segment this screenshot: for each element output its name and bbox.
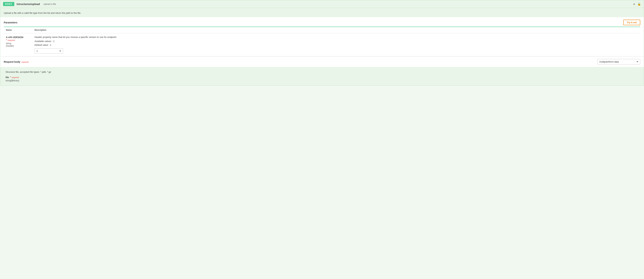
parameters-table: Name Description X-API-VERSION *required… [4, 27, 640, 56]
required-label: required [8, 39, 15, 41]
request-body-content: Structure file, accepted file types: *.p… [0, 67, 644, 86]
http-method-badge: POST [3, 2, 14, 6]
table-header-row: Name Description [4, 27, 640, 33]
api-header: POST /structures/upload upload a file ∧ … [0, 0, 644, 8]
param-available-values: Available values : 1 [34, 40, 638, 42]
api-endpoint-block: POST /structures/upload upload a file ∧ … [0, 0, 644, 86]
file-required-label: required [12, 76, 19, 78]
parameters-section: Parameters Try it out Name Description X… [0, 17, 644, 56]
file-description: Structure file, accepted file types: *.p… [6, 70, 638, 73]
header-actions: ∧ 🔒 [633, 2, 641, 6]
table-row: X-API-VERSION *required string (header) … [4, 33, 640, 56]
lock-icon: 🔒 [638, 2, 641, 6]
param-desc-cell: Header property name that let you choose… [32, 33, 640, 56]
api-short-description: upload a file [44, 3, 56, 5]
required-star: * [6, 38, 7, 42]
param-name-cell: X-API-VERSION *required string (header) [4, 33, 32, 56]
api-path: /structures/upload [16, 2, 40, 6]
param-type: string [6, 42, 30, 45]
param-name-wrapper: X-API-VERSION *required [6, 36, 30, 42]
request-body-title: Request body [4, 60, 20, 63]
param-name: X-API-VERSION [6, 36, 24, 38]
request-body-title-group: Request bodyrequired [4, 60, 28, 63]
param-default-value: Default value : 1 [34, 44, 638, 46]
file-param-type: string($binary) [6, 79, 638, 82]
file-param-group: file *required [6, 76, 638, 79]
param-description: Header property name that let you choose… [34, 36, 638, 38]
request-body-required-badge: required [22, 61, 28, 63]
file-param-name: file [6, 76, 9, 79]
col-header-name: Name [4, 27, 32, 33]
parameters-title: Parameters [4, 21, 17, 24]
collapse-icon[interactable]: ∧ [633, 2, 635, 6]
api-description: Upload a file with a valid file type fro… [0, 8, 644, 17]
version-select[interactable]: 1 [34, 48, 63, 54]
request-body-section: Request bodyrequired multipart/form-data… [0, 56, 644, 67]
content-type-select[interactable]: multipart/form-data application/json [597, 59, 640, 64]
try-it-out-button[interactable]: Try it out [623, 20, 640, 25]
file-required-star: * [9, 76, 11, 79]
col-header-description: Description [32, 27, 640, 33]
param-location: (header) [6, 45, 30, 47]
description-text: Upload a file with a valid file type fro… [4, 12, 81, 14]
parameters-header: Parameters Try it out [4, 17, 640, 27]
